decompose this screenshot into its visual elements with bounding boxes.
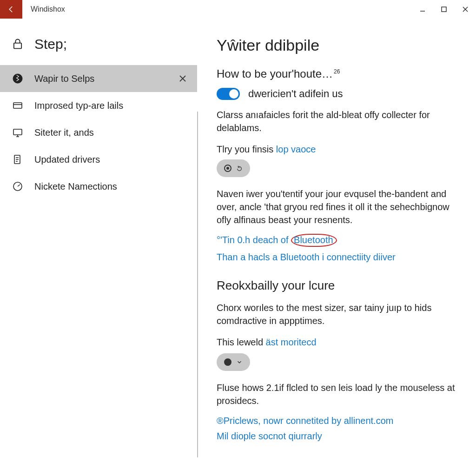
bluetooth-driver-link[interactable]: Than a hacls a Bluetooth i connectiity d… — [217, 252, 457, 263]
dot-icon — [224, 358, 231, 366]
svg-rect-4 — [13, 129, 22, 135]
sidebar-item-improsed[interactable]: Improsed typ-are lails — [0, 92, 197, 119]
feature-toggle[interactable] — [217, 88, 240, 100]
svg-rect-3 — [13, 103, 22, 108]
section2-text: Chorx worıles to the mest sizer, sar tai… — [217, 301, 457, 327]
mil-diople-link[interactable]: Mil diople socnot qiurrarly — [217, 431, 457, 442]
bluetooth-inline-link[interactable]: °'Tin 0.h deach of Bluetooth — [217, 235, 457, 245]
voice-link[interactable]: lop vaoce — [276, 144, 316, 154]
titlebar: Windishox — [0, 0, 476, 19]
main-panel: Yŵiter ddibpile How to be your'houte…26 … — [198, 19, 476, 476]
lock-icon — [11, 38, 24, 51]
section2-heading: Reokxbailly your lcure — [217, 278, 457, 293]
description-text: Clarss anıafaicles forit the ald-bleat o… — [217, 108, 457, 134]
option-pill-2[interactable] — [217, 353, 250, 371]
sidebar-item-drivers[interactable]: Updated drivers — [0, 146, 197, 173]
back-button[interactable] — [0, 0, 22, 19]
monitored-link[interactable]: äst moritecd — [266, 337, 317, 347]
monitor-icon — [11, 126, 24, 139]
sidebar-item-wapir[interactable]: Wapir to Selps — [0, 65, 197, 92]
bluetooth-badge: Bluetooth — [291, 234, 337, 247]
sidebar-item-siteter[interactable]: Siteter it, ands — [0, 119, 197, 146]
sidebar-header-label: Step; — [34, 36, 67, 52]
description-text-2: Naven iwer you'tentif your jour evqusel … — [217, 187, 457, 226]
option-pill[interactable] — [217, 159, 250, 177]
monitored-hint: This leweld äst moritecd — [217, 336, 457, 349]
feature-toggle-label: dwericien't adifein us — [248, 88, 343, 100]
radio-icon — [224, 165, 231, 172]
svg-rect-1 — [14, 43, 21, 49]
feature-toggle-row: dwericien't adifein us — [217, 88, 457, 100]
close-window-button[interactable] — [455, 0, 476, 19]
page-title: Yŵiter ddibpile — [217, 36, 457, 54]
maximize-button[interactable] — [433, 0, 455, 19]
section-heading: How to be your'houte…26 — [217, 67, 457, 80]
app-title: Windishox — [22, 0, 73, 19]
sidebar-item-label: Wapir to Selps — [34, 73, 94, 84]
sidebar-item-label: Updated drivers — [34, 154, 100, 165]
sidebar-item-close-icon[interactable] — [177, 73, 189, 85]
minimize-button[interactable] — [412, 0, 433, 19]
redo-icon — [236, 165, 243, 172]
sidebar-item-label: Siteter it, ands — [34, 127, 94, 138]
sidebar-item-label: Improsed typ-are lails — [34, 100, 123, 111]
sidebar-item-label: Nickete Namections — [34, 181, 117, 192]
priclews-link[interactable]: ®Priclews, nowr connetited by allinent.c… — [217, 416, 457, 426]
card-icon — [11, 99, 24, 112]
sidebar-header: Step; — [0, 36, 197, 65]
chevron-down-icon — [236, 359, 243, 365]
section2-text-2: Fluse hows 2.1if flcled to sen leis load… — [217, 381, 457, 407]
voice-hint: Tlry you finsis lop vaoce — [217, 143, 457, 156]
document-icon — [11, 153, 24, 166]
svg-rect-0 — [442, 7, 446, 12]
sidebar-item-nickete[interactable]: Nickete Namections — [0, 173, 197, 200]
gauge-icon — [11, 180, 24, 193]
sidebar: Step; Wapir to Selps Improsed typ-are la… — [0, 19, 197, 476]
bluetooth-icon — [11, 72, 24, 85]
